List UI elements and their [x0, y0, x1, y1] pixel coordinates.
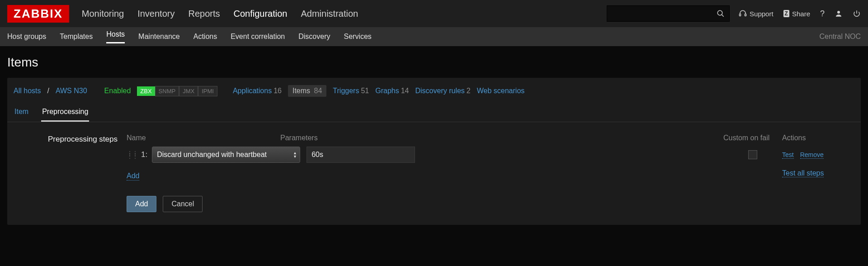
col-params: Parameters [280, 134, 570, 142]
z-badge-icon: Z [783, 10, 789, 17]
share-link[interactable]: Z Share [783, 10, 810, 18]
test-all-steps-link[interactable]: Test all steps [782, 169, 824, 177]
svg-point-0 [717, 10, 722, 15]
col-name: Name [127, 134, 280, 142]
badge-ipmi: IPMI [198, 86, 217, 96]
subnav-discovery[interactable]: Discovery [298, 33, 330, 41]
step-index: 1: [141, 150, 147, 159]
custom-on-fail-checkbox[interactable] [748, 150, 757, 159]
add-button[interactable]: Add [127, 196, 156, 212]
support-label: Support [750, 10, 774, 18]
test-step-link[interactable]: Test [782, 151, 794, 159]
page-title: Items [7, 55, 861, 70]
badge-zbx: ZBX [137, 86, 155, 96]
cancel-button[interactable]: Cancel [163, 196, 203, 212]
search-icon [717, 10, 725, 18]
page: Items All hosts / AWS N30 Enabled ZBX SN… [0, 46, 868, 238]
search-input[interactable] [607, 5, 730, 22]
interface-badges: ZBX SNMP JMX IPMI [137, 86, 217, 96]
link-applications[interactable]: Applications16 [233, 87, 282, 95]
link-web-scenarios[interactable]: Web scenarios [477, 87, 525, 95]
power-icon [853, 10, 861, 18]
user-icon [835, 10, 843, 18]
subnav-services[interactable]: Services [344, 33, 371, 41]
top-icons: Support Z Share ? [739, 9, 861, 19]
chevron-updown-icon: ▴▾ [294, 151, 296, 158]
subnav-host-groups[interactable]: Host groups [7, 33, 46, 41]
col-cof: Custom on fail [723, 134, 782, 142]
link-graphs[interactable]: Graphs14 [375, 87, 409, 95]
svg-rect-2 [740, 14, 741, 16]
nav-administration[interactable]: Administration [301, 9, 358, 19]
crumb-host[interactable]: AWS N30 [56, 87, 87, 95]
support-link[interactable]: Support [739, 10, 774, 18]
col-actions: Actions [782, 134, 854, 142]
svg-rect-3 [745, 14, 746, 16]
step-name-value: Discard unchanged with heartbeat [157, 151, 267, 159]
subnav-actions[interactable]: Actions [193, 33, 217, 41]
step-name-select[interactable]: Discard unchanged with heartbeat ▴▾ [152, 147, 300, 163]
nav-monitoring[interactable]: Monitoring [82, 9, 124, 19]
tab-item[interactable]: Item [14, 104, 29, 122]
nav-inventory[interactable]: Inventory [137, 9, 175, 19]
subnav-event-correlation[interactable]: Event correlation [231, 33, 285, 41]
add-step-link[interactable]: Add [127, 172, 139, 180]
table-header: Name Parameters Custom on fail Actions [127, 134, 854, 142]
svg-line-1 [722, 14, 724, 17]
subnav-hosts[interactable]: Hosts [106, 30, 125, 43]
help-icon: ? [820, 9, 825, 19]
headset-icon [739, 10, 747, 18]
subnav-templates[interactable]: Templates [60, 33, 93, 41]
badge-jmx: JMX [179, 86, 198, 96]
form-buttons: Add Cancel [127, 196, 854, 212]
panel: All hosts / AWS N30 Enabled ZBX SNMP JMX… [7, 78, 861, 225]
crumb-sep: / [47, 87, 49, 95]
preprocessing-form: Preprocessing steps Name Parameters Cust… [7, 122, 861, 212]
top-nav: Monitoring Inventory Reports Configurati… [82, 9, 358, 19]
user-button[interactable] [835, 10, 843, 18]
section-label: Preprocessing steps [14, 134, 118, 144]
link-triggers[interactable]: Triggers51 [333, 87, 369, 95]
host-status: Enabled [104, 87, 131, 95]
remove-step-link[interactable]: Remove [800, 151, 824, 159]
host-summary: All hosts / AWS N30 Enabled ZBX SNMP JMX… [7, 78, 861, 101]
power-button[interactable] [853, 10, 861, 18]
link-items[interactable]: Items 84 [288, 85, 326, 97]
step-param-input[interactable] [307, 147, 415, 163]
svg-point-4 [837, 11, 840, 14]
logo[interactable]: ZABBIX [7, 5, 69, 23]
sub-nav: Host groups Templates Hosts Maintenance … [0, 27, 868, 46]
badge-snmp: SNMP [155, 86, 179, 96]
subnav-maintenance[interactable]: Maintenance [138, 33, 180, 41]
share-label: Share [792, 10, 810, 18]
link-discovery-rules[interactable]: Discovery rules2 [415, 87, 471, 95]
top-bar: ZABBIX Monitoring Inventory Reports Conf… [0, 0, 868, 27]
tab-preprocessing[interactable]: Preprocessing [41, 104, 89, 122]
form-tabs: Item Preprocessing [7, 101, 861, 122]
nav-reports[interactable]: Reports [188, 9, 220, 19]
crumb-all-hosts[interactable]: All hosts [14, 87, 41, 95]
subnav-context: Central NOC [819, 33, 861, 41]
help-button[interactable]: ? [820, 9, 825, 19]
drag-handle-icon[interactable]: ⋮⋮⋮⋮ [127, 152, 137, 157]
preprocessing-step: ⋮⋮⋮⋮ 1: Discard unchanged with heartbeat… [127, 147, 854, 163]
nav-configuration[interactable]: Configuration [233, 9, 287, 19]
